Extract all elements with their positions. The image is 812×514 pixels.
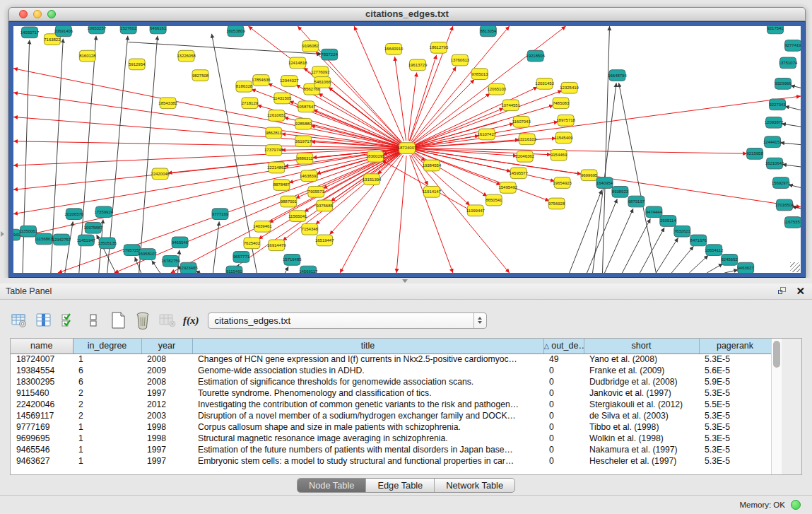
network-node[interactable]: 1527602 <box>120 26 136 34</box>
select-rows-icon[interactable] <box>59 311 78 329</box>
side-panel-handle[interactable] <box>1 231 4 237</box>
network-node[interactable]: 3619717 <box>295 136 312 147</box>
network-node[interactable]: 11545409 <box>555 132 574 144</box>
network-node[interactable]: 18975718 <box>556 115 575 126</box>
network-node[interactable]: 12065103 <box>487 83 506 95</box>
network-window-titlebar[interactable]: citations_edges.txt <box>9 8 805 21</box>
network-node[interactable]: 6879197 <box>628 196 645 207</box>
network-node[interactable]: 12944327 <box>280 76 299 87</box>
network-node[interactable]: 13505135 <box>98 238 117 249</box>
network-node[interactable]: 9375685 <box>317 200 334 211</box>
network-node[interactable]: 17854636 <box>252 75 271 86</box>
network-node[interactable]: 9115460 <box>226 266 243 273</box>
network-node[interactable]: 10744551 <box>501 100 520 111</box>
network-node[interactable]: 12093872 <box>765 117 784 128</box>
network-node[interactable]: 16782759 <box>161 255 180 267</box>
network-node[interactable]: 18724007 <box>398 143 417 154</box>
network-node[interactable]: 16107427 <box>477 129 496 140</box>
scrollbar-thumb[interactable] <box>773 341 780 368</box>
network-node[interactable]: 14039461 <box>253 221 272 232</box>
network-node[interactable]: 10975887 <box>83 222 102 233</box>
network-node[interactable]: 9227343 <box>769 99 786 110</box>
network-node[interactable]: 9285880 <box>295 118 312 129</box>
new-table-icon[interactable] <box>109 311 127 329</box>
network-node[interactable]: 14595577 <box>509 168 528 179</box>
network-node[interactable]: 17359924 <box>94 206 113 218</box>
table-row[interactable]: 2242004622012Investigating the contribut… <box>11 399 771 410</box>
column-header-year[interactable]: year <box>141 339 192 354</box>
column-header-title[interactable]: title <box>192 339 543 354</box>
network-node[interactable]: 22420046 <box>151 168 170 180</box>
network-node[interactable]: 2718129 <box>242 98 259 109</box>
network-node[interactable]: 9756928 <box>548 198 565 209</box>
network-node[interactable]: 13751074 <box>779 57 798 69</box>
network-node[interactable]: 11156863 <box>35 233 53 245</box>
network-node[interactable]: 9196082 <box>302 41 319 52</box>
network-node[interactable]: 11565041 <box>288 211 307 222</box>
network-node[interactable]: 5912954 <box>129 59 146 70</box>
network-node[interactable]: 18543382 <box>158 98 177 109</box>
table-selector-dropdown[interactable]: citations_edges.txt <box>208 313 487 329</box>
network-node[interactable]: 17379748 <box>264 145 283 156</box>
table-row[interactable]: 1830029562008Estimation of significance … <box>11 376 771 387</box>
network-node[interactable]: 10587547 <box>297 101 316 112</box>
network-node[interactable]: 9329966 <box>775 78 792 90</box>
network-node[interactable]: 7485083 <box>553 98 570 109</box>
network-node[interactable]: 8938923 <box>612 186 629 197</box>
network-node[interactable]: 6466161 <box>150 26 166 34</box>
network-node[interactable]: 12031453 <box>535 78 554 90</box>
tab-node-table[interactable]: Node Table <box>298 479 367 492</box>
network-canvas[interactable]: 1872400791960821241481812944327114315051… <box>13 26 801 273</box>
network-node[interactable]: 18300295 <box>366 151 385 162</box>
network-node[interactable]: 8650541 <box>486 194 502 206</box>
network-node[interactable]: 9463627 <box>738 262 754 273</box>
tab-edge-table[interactable]: Edge Table <box>366 479 435 492</box>
network-node[interactable]: 12414818 <box>288 57 307 69</box>
table-row[interactable]: 946362711997Embryonic stem cells: a mode… <box>11 455 771 467</box>
dropdown-stepper-icon[interactable] <box>473 313 486 328</box>
network-node[interactable]: 12325419 <box>560 82 579 93</box>
network-node[interactable]: 9657771 <box>233 252 249 263</box>
network-node[interactable]: 9474444 <box>646 206 663 218</box>
table-row[interactable]: 969969511998Structural magnetic resonanc… <box>11 433 771 444</box>
network-node[interactable]: 9245652 <box>722 255 738 266</box>
network-node[interactable]: 7625402 <box>244 238 260 249</box>
network-node[interactable]: 16053809 <box>226 26 245 37</box>
network-node[interactable]: 19654923 <box>553 177 572 189</box>
network-node[interactable]: 9886311 <box>297 153 313 164</box>
network-node[interactable]: 19218506 <box>526 50 545 62</box>
column-header-in-degree[interactable]: in_degree <box>73 339 141 354</box>
network-node[interactable]: 13760613 <box>451 54 470 66</box>
tab-network-table[interactable]: Network Table <box>435 479 514 492</box>
table-row[interactable]: 977716911998Corpus callosum shape and si… <box>11 421 771 433</box>
network-node[interactable]: 8813054 <box>480 26 497 37</box>
network-node[interactable]: 12342757 <box>52 234 71 245</box>
column-header-name[interactable]: name <box>11 339 73 354</box>
network-node[interactable]: 12923465 <box>179 262 198 273</box>
network-node[interactable]: 15692971 <box>772 177 791 189</box>
canvas-resize-grip[interactable] <box>790 262 800 272</box>
network-node[interactable]: 9217541 <box>767 26 783 34</box>
network-node[interactable]: 9699695 <box>581 170 598 181</box>
network-node[interactable]: 16914479 <box>267 240 286 251</box>
network-node[interactable]: 22046362 <box>515 151 534 162</box>
network-node[interactable]: 16519447 <box>315 235 334 246</box>
network-node[interactable]: 7857224 <box>322 49 339 60</box>
table-row[interactable]: 911546021997Tourette syndrome. Phenomeno… <box>11 387 771 399</box>
network-node[interactable]: 13216103 <box>517 134 536 145</box>
network-node[interactable]: 9827508 <box>192 70 209 81</box>
network-node[interactable]: 20691406 <box>54 26 73 37</box>
network-node[interactable]: 13226058 <box>177 50 196 62</box>
table-row[interactable]: 946554611997Estimation of the future num… <box>11 444 771 455</box>
network-node[interactable]: 11099447 <box>466 205 485 216</box>
table-row[interactable]: 1456911722003Disruption of a novel membe… <box>11 410 771 421</box>
network-node[interactable]: 7905571 <box>308 186 324 197</box>
network-node[interactable]: 17016504 <box>775 199 794 211</box>
network-node[interactable]: 16648794 <box>608 70 627 81</box>
network-node[interactable]: 11607043 <box>512 116 531 127</box>
row-height-icon[interactable] <box>84 311 102 329</box>
network-node[interactable]: 19613729 <box>408 59 428 71</box>
network-node[interactable]: 9887001 <box>281 196 297 207</box>
network-node[interactable]: 7154348 <box>302 223 319 235</box>
table-settings-icon[interactable] <box>10 311 28 329</box>
